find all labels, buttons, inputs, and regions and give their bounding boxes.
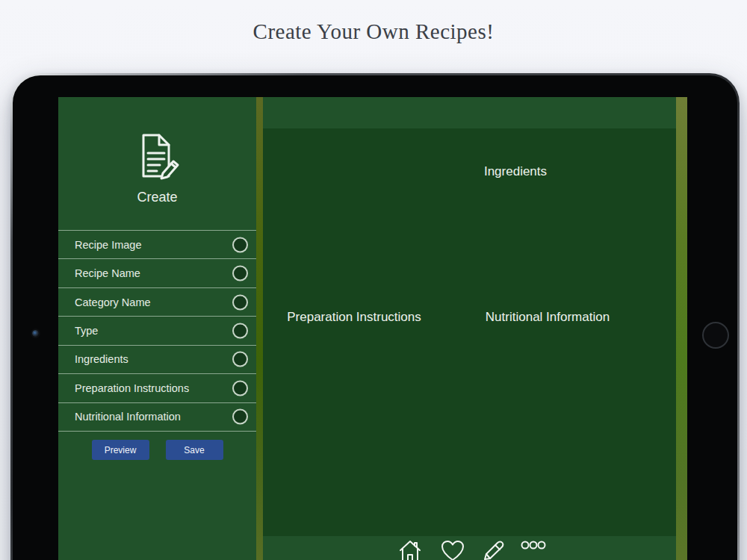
save-button[interactable]: Save [166, 440, 223, 460]
create-document-icon [134, 172, 181, 184]
recipe-preview-panel [263, 128, 676, 536]
home-hardware-button[interactable] [702, 322, 729, 349]
menu-row-label: Recipe Name [75, 267, 140, 279]
menu-row-label: Preparation Instructions [75, 382, 189, 394]
menu-row-nutritional-information[interactable]: Nutritional Information [58, 402, 256, 432]
menu-row-label: Nutritional Information [75, 411, 181, 423]
menu-row-type[interactable]: Type [58, 316, 256, 344]
more-icon[interactable] [521, 540, 546, 550]
create-label: Create [58, 190, 256, 205]
tablet-bezel: Create Recipe Image Recipe Name Category… [13, 75, 737, 560]
menu-row-ingredients[interactable]: Ingredients [58, 345, 256, 373]
radio-indicator[interactable] [232, 266, 248, 281]
radio-indicator[interactable] [232, 380, 248, 396]
radio-indicator[interactable] [232, 409, 248, 425]
right-edge-strip [676, 97, 687, 560]
radio-indicator[interactable] [232, 352, 248, 367]
front-camera [32, 330, 39, 337]
sidebar-actions: Preview Save [58, 440, 256, 460]
heart-icon[interactable] [441, 540, 465, 560]
menu-row-recipe-name[interactable]: Recipe Name [58, 258, 256, 287]
recipe-field-list: Recipe Image Recipe Name Category Name T… [58, 230, 256, 432]
menu-row-recipe-image[interactable]: Recipe Image [58, 230, 256, 258]
home-icon[interactable] [399, 540, 421, 560]
radio-indicator[interactable] [232, 323, 248, 338]
menu-row-category-name[interactable]: Category Name [58, 287, 256, 316]
ingredients-section-label: Ingredients [484, 164, 547, 179]
menu-row-label: Ingredients [75, 353, 128, 365]
menu-row-label: Recipe Image [75, 239, 141, 251]
app-screen: Create Recipe Image Recipe Name Category… [58, 97, 687, 560]
pencil-icon[interactable] [483, 540, 504, 560]
preparation-section-label: Preparation Instructions [287, 310, 421, 325]
tablet-frame: Create Recipe Image Recipe Name Category… [10, 73, 740, 560]
menu-row-preparation-instructions[interactable]: Preparation Instructions [58, 373, 256, 402]
create-header: Create [58, 133, 256, 205]
radio-indicator[interactable] [232, 294, 248, 310]
menu-row-label: Category Name [75, 296, 151, 308]
nutrition-section-label: Nutritional Information [486, 310, 610, 325]
preview-button[interactable]: Preview [92, 440, 149, 460]
radio-indicator[interactable] [232, 237, 248, 252]
menu-row-label: Type [75, 325, 98, 337]
sidebar-divider [256, 97, 263, 560]
page-title: Create Your Own Recipes! [0, 19, 747, 44]
